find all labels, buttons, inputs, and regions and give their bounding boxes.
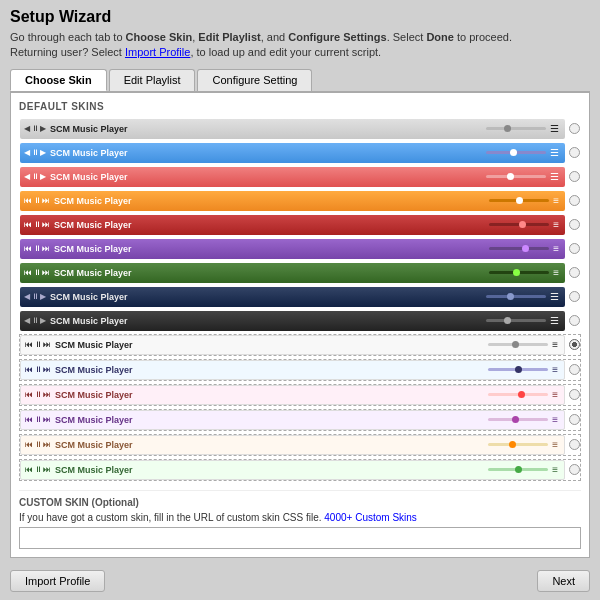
- menu-icon: ☰: [550, 171, 559, 182]
- player-controls: ⏮ ⏸ ⏭: [25, 415, 51, 424]
- player-controls: ◀ ⏸ ▶: [24, 148, 46, 157]
- radio-btn-7[interactable]: [569, 267, 580, 278]
- player-slider: [489, 199, 549, 202]
- custom-skin-input[interactable]: [19, 527, 581, 549]
- skin-player-11[interactable]: ⏮ ⏸ ⏭ SCM Music Player ≡: [20, 360, 565, 380]
- radio-btn-10[interactable]: [569, 339, 580, 350]
- tab-edit-playlist[interactable]: Edit Playlist: [109, 69, 196, 91]
- player-name: SCM Music Player: [54, 220, 489, 230]
- player-name: SCM Music Player: [55, 440, 488, 450]
- tab-configure-setting[interactable]: Configure Setting: [197, 69, 312, 91]
- radio-btn-13[interactable]: [569, 414, 580, 425]
- menu-icon: ≡: [552, 389, 558, 400]
- player-name: SCM Music Player: [55, 365, 488, 375]
- player-slider: [488, 418, 548, 421]
- player-name: SCM Music Player: [54, 244, 489, 254]
- menu-icon: ☰: [550, 123, 559, 134]
- player-name: SCM Music Player: [55, 415, 488, 425]
- menu-icon: ≡: [553, 243, 559, 254]
- skin-row[interactable]: ⏮ ⏸ ⏭ SCM Music Player ≡: [19, 384, 581, 406]
- player-slider: [489, 247, 549, 250]
- custom-skins-link[interactable]: 4000+ Custom Skins: [324, 512, 417, 523]
- radio-btn-14[interactable]: [569, 439, 580, 450]
- player-controls: ⏮ ⏸ ⏭: [24, 220, 50, 229]
- section-label: DEFAULT SKINS: [19, 101, 581, 112]
- skin-list: ◀ ⏸ ▶ SCM Music Player ☰: [19, 118, 581, 482]
- import-profile-button[interactable]: Import Profile: [10, 570, 105, 592]
- skin-row[interactable]: ◀ ⏸ ▶ SCM Music Player ☰: [19, 166, 581, 188]
- skin-player-9[interactable]: ◀ ⏸ ▶ SCM Music Player ☰: [20, 311, 565, 331]
- menu-icon: ☰: [550, 291, 559, 302]
- import-profile-link-intro[interactable]: Import Profile: [125, 46, 190, 58]
- skin-row[interactable]: ◀ ⏸ ▶ SCM Music Player ☰: [19, 310, 581, 332]
- skin-row[interactable]: ◀ ⏸ ▶ SCM Music Player ☰: [19, 286, 581, 308]
- skin-row[interactable]: ◀ ⏸ ▶ SCM Music Player ☰: [19, 142, 581, 164]
- player-name: SCM Music Player: [55, 465, 488, 475]
- radio-btn-1[interactable]: [569, 123, 580, 134]
- skin-row[interactable]: ⏮ ⏸ ⏭ SCM Music Player ≡: [19, 214, 581, 236]
- radio-btn-2[interactable]: [569, 147, 580, 158]
- menu-icon: ☰: [550, 147, 559, 158]
- skin-player-7[interactable]: ⏮ ⏸ ⏭ SCM Music Player ≡: [20, 263, 565, 283]
- skin-player-5[interactable]: ⏮ ⏸ ⏭ SCM Music Player ≡: [20, 215, 565, 235]
- skin-player-3[interactable]: ◀ ⏸ ▶ SCM Music Player ☰: [20, 167, 565, 187]
- skin-row[interactable]: ◀ ⏸ ▶ SCM Music Player ☰: [19, 118, 581, 140]
- skin-row[interactable]: ⏮ ⏸ ⏭ SCM Music Player ≡: [19, 262, 581, 284]
- tab-bar: Choose Skin Edit Playlist Configure Sett…: [10, 69, 590, 92]
- skin-player-10[interactable]: ⏮ ⏸ ⏭ SCM Music Player ≡: [20, 335, 565, 355]
- skin-row[interactable]: ⏮ ⏸ ⏭ SCM Music Player ≡: [19, 334, 581, 356]
- radio-btn-4[interactable]: [569, 195, 580, 206]
- menu-icon: ≡: [552, 414, 558, 425]
- skin-row[interactable]: ⏮ ⏸ ⏭ SCM Music Player ≡: [19, 459, 581, 481]
- page-title: Setup Wizard: [10, 8, 590, 26]
- skin-row[interactable]: ⏮ ⏸ ⏭ SCM Music Player ≡: [19, 190, 581, 212]
- player-name: SCM Music Player: [55, 390, 488, 400]
- skin-player-13[interactable]: ⏮ ⏸ ⏭ SCM Music Player ≡: [20, 410, 565, 430]
- radio-btn-9[interactable]: [569, 315, 580, 326]
- next-button[interactable]: Next: [537, 570, 590, 592]
- player-controls: ◀ ⏸ ▶: [24, 292, 46, 301]
- player-name: SCM Music Player: [50, 148, 486, 158]
- skin-player-1[interactable]: ◀ ⏸ ▶ SCM Music Player ☰: [20, 119, 565, 139]
- radio-btn-3[interactable]: [569, 171, 580, 182]
- menu-icon: ≡: [552, 339, 558, 350]
- skin-row[interactable]: ⏮ ⏸ ⏭ SCM Music Player ≡: [19, 238, 581, 260]
- radio-btn-11[interactable]: [569, 364, 580, 375]
- skin-player-4[interactable]: ⏮ ⏸ ⏭ SCM Music Player ≡: [20, 191, 565, 211]
- menu-icon: ≡: [552, 439, 558, 450]
- custom-label: CUSTOM SKIN (Optional): [19, 497, 581, 508]
- skin-row[interactable]: ⏮ ⏸ ⏭ SCM Music Player ≡: [19, 409, 581, 431]
- tab-choose-skin[interactable]: Choose Skin: [10, 69, 107, 91]
- radio-btn-15[interactable]: [569, 464, 580, 475]
- skin-player-6[interactable]: ⏮ ⏸ ⏭ SCM Music Player ≡: [20, 239, 565, 259]
- menu-icon: ≡: [552, 464, 558, 475]
- skin-player-2[interactable]: ◀ ⏸ ▶ SCM Music Player ☰: [20, 143, 565, 163]
- skin-player-8[interactable]: ◀ ⏸ ▶ SCM Music Player ☰: [20, 287, 565, 307]
- skin-player-15[interactable]: ⏮ ⏸ ⏭ SCM Music Player ≡: [20, 460, 565, 480]
- radio-btn-6[interactable]: [569, 243, 580, 254]
- player-controls: ⏮ ⏸ ⏭: [25, 440, 51, 449]
- radio-btn-8[interactable]: [569, 291, 580, 302]
- menu-icon: ≡: [553, 219, 559, 230]
- player-slider: [488, 443, 548, 446]
- custom-desc: If you have got a custom skin, fill in t…: [19, 512, 581, 523]
- skin-row[interactable]: ⏮ ⏸ ⏭ SCM Music Player ≡: [19, 359, 581, 381]
- menu-icon: ≡: [553, 267, 559, 278]
- player-controls: ⏮ ⏸ ⏭: [25, 390, 51, 399]
- menu-icon: ≡: [553, 195, 559, 206]
- player-slider: [486, 127, 546, 130]
- radio-btn-5[interactable]: [569, 219, 580, 230]
- menu-icon: ≡: [552, 364, 558, 375]
- skin-player-14[interactable]: ⏮ ⏸ ⏭ SCM Music Player ≡: [20, 435, 565, 455]
- player-controls: ⏮ ⏸ ⏭: [24, 268, 50, 277]
- content-box: DEFAULT SKINS ◀ ⏸ ▶ SCM Music Player: [10, 92, 590, 558]
- skin-player-12[interactable]: ⏮ ⏸ ⏭ SCM Music Player ≡: [20, 385, 565, 405]
- custom-section: CUSTOM SKIN (Optional) If you have got a…: [19, 490, 581, 549]
- radio-btn-12[interactable]: [569, 389, 580, 400]
- skin-row[interactable]: ⏮ ⏸ ⏭ SCM Music Player ≡: [19, 434, 581, 456]
- player-slider: [489, 223, 549, 226]
- player-slider: [486, 175, 546, 178]
- intro-text: Go through each tab to Choose Skin, Edit…: [10, 30, 590, 61]
- player-slider: [488, 393, 548, 396]
- footer: Import Profile Next: [10, 566, 590, 596]
